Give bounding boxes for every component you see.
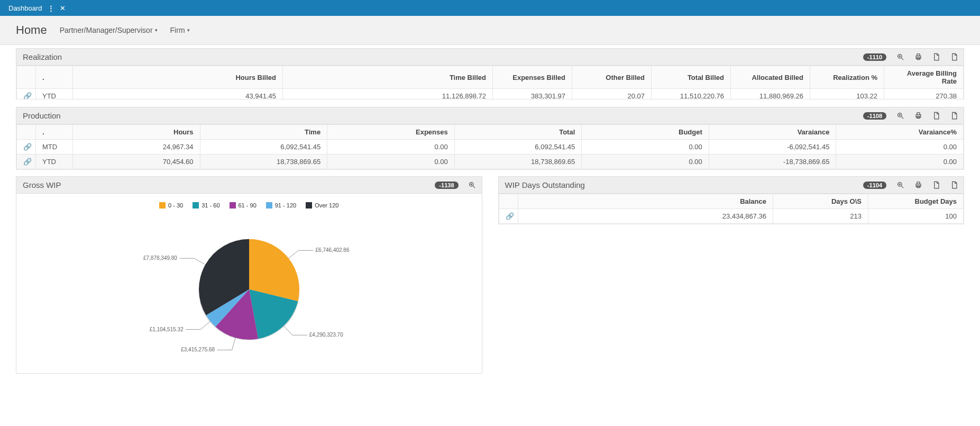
wip-days-table: Balance Days O\S Budget Days 🔗 23,434,86…	[499, 194, 964, 224]
svg-line-8	[901, 116, 903, 119]
status-badge: -1104	[863, 182, 886, 189]
legend-swatch	[266, 202, 272, 209]
realization-table: . Hours Billed Time Billed Expenses Bill…	[16, 66, 964, 99]
tab-dashboard[interactable]: Dashboard ⋮ ✕	[5, 2, 69, 14]
col-time: Time	[200, 125, 327, 140]
close-icon[interactable]: ✕	[60, 4, 66, 12]
zoom-icon[interactable]	[468, 181, 477, 189]
legend-item[interactable]: 0 - 30	[159, 202, 183, 209]
legend-swatch	[193, 202, 199, 209]
status-badge: -1110	[863, 53, 886, 61]
col-budget: Budget	[582, 125, 709, 140]
document-icon[interactable]	[932, 53, 940, 61]
panel-gross-wip: Gross WIP -1138 0 - 3031 - 6061 - 9091 -…	[16, 176, 482, 374]
col-budget-days: Budget Days	[868, 194, 964, 209]
col-hours: Hours	[73, 125, 200, 140]
top-bar: Dashboard ⋮ ✕	[0, 0, 980, 16]
panel-production: Production -1108 . Hours Time Expenses T…	[16, 107, 964, 170]
chart-legend: 0 - 3031 - 6061 - 9091 - 120Over 120	[22, 199, 477, 210]
tab-menu-icon[interactable]: ⋮	[48, 4, 54, 12]
breadcrumb-bar: Home Partner/Manager/Supervisor▾ Firm▾	[0, 16, 980, 45]
link-icon[interactable]: 🔗	[17, 89, 36, 100]
col-hours-billed: Hours Billed	[73, 66, 283, 89]
svg-rect-5	[917, 54, 920, 56]
legend-item[interactable]: 91 - 120	[266, 202, 296, 209]
status-badge: -1138	[435, 182, 458, 189]
col-period: .	[36, 66, 73, 89]
print-icon[interactable]	[914, 112, 922, 120]
legend-item[interactable]: 31 - 60	[193, 202, 219, 209]
svg-line-15	[473, 186, 475, 188]
legend-swatch	[306, 202, 312, 209]
col-period: .	[36, 125, 73, 140]
col-avg-billing-rate: Average Billing Rate	[884, 66, 964, 89]
export-icon[interactable]	[950, 112, 958, 120]
svg-line-20	[901, 186, 903, 188]
export-icon[interactable]	[950, 53, 958, 61]
panel-wip-days: WIP Days Outstanding -1104 Balance Days	[498, 176, 965, 224]
chevron-down-icon: ▾	[187, 28, 190, 33]
zoom-icon[interactable]	[896, 112, 904, 120]
col-balance: Balance	[518, 194, 773, 209]
page-title: Home	[16, 23, 47, 37]
col-other-billed: Other Billed	[572, 66, 652, 89]
dropdown-partner[interactable]: Partner/Manager/Supervisor▾	[60, 26, 158, 34]
print-icon[interactable]	[914, 181, 922, 189]
legend-item[interactable]: 61 - 90	[230, 202, 257, 209]
table-row[interactable]: 🔗 YTD 43,941.45 11,126,898.72 383,301.97…	[17, 89, 964, 100]
link-icon[interactable]: 🔗	[499, 209, 518, 224]
col-variance-pct: Varaiance%	[836, 125, 964, 140]
panel-title: WIP Days Outstanding	[504, 180, 585, 189]
legend-swatch	[159, 202, 166, 209]
col-expenses: Expenses	[327, 125, 455, 140]
col-time-billed: Time Billed	[283, 66, 493, 89]
legend-item[interactable]: Over 120	[306, 202, 338, 209]
document-icon[interactable]	[932, 181, 940, 189]
gross-wip-chart: 0 - 3031 - 6061 - 9091 - 120Over 120 £6,…	[16, 194, 482, 374]
link-icon[interactable]: 🔗	[17, 155, 36, 169]
svg-line-1	[901, 58, 903, 60]
col-allocated-billed: Allocated Billed	[731, 66, 810, 89]
panel-title: Realization	[22, 52, 62, 61]
col-total-billed: Total Billed	[652, 66, 731, 89]
table-row[interactable]: 🔗 YTD 70,454.60 18,738,869.65 0.00 18,73…	[17, 155, 964, 169]
col-total: Total	[454, 125, 582, 140]
zoom-icon[interactable]	[896, 53, 904, 61]
col-days-os: Days O\S	[773, 194, 868, 209]
document-icon[interactable]	[932, 112, 940, 120]
table-row[interactable]: 🔗 MTD 24,967.34 6,092,541.45 0.00 6,092,…	[17, 140, 964, 155]
panel-title: Production	[22, 111, 61, 120]
legend-swatch	[230, 202, 236, 209]
svg-rect-12	[917, 113, 920, 115]
zoom-icon[interactable]	[896, 181, 904, 189]
print-icon[interactable]	[914, 53, 922, 61]
panel-realization: Realization -1110 . Hours Billed Time Bi…	[16, 48, 964, 99]
col-variance: Varaiance	[709, 125, 836, 140]
col-realization-pct: Realization %	[810, 66, 884, 89]
status-badge: -1108	[863, 112, 886, 120]
production-table: . Hours Time Expenses Total Budget Varai…	[16, 124, 964, 169]
chevron-down-icon: ▾	[155, 28, 158, 33]
dropdown-firm[interactable]: Firm▾	[170, 26, 190, 34]
export-icon[interactable]	[950, 181, 958, 189]
tab-label: Dashboard	[8, 4, 42, 12]
table-row[interactable]: 🔗 23,434,867.36 213 100	[499, 209, 964, 224]
panel-title: Gross WIP	[22, 180, 61, 189]
col-expenses-billed: Expenses Billed	[493, 66, 572, 89]
link-icon[interactable]: 🔗	[17, 140, 36, 155]
svg-rect-24	[917, 182, 920, 184]
pie-chart	[22, 210, 477, 363]
